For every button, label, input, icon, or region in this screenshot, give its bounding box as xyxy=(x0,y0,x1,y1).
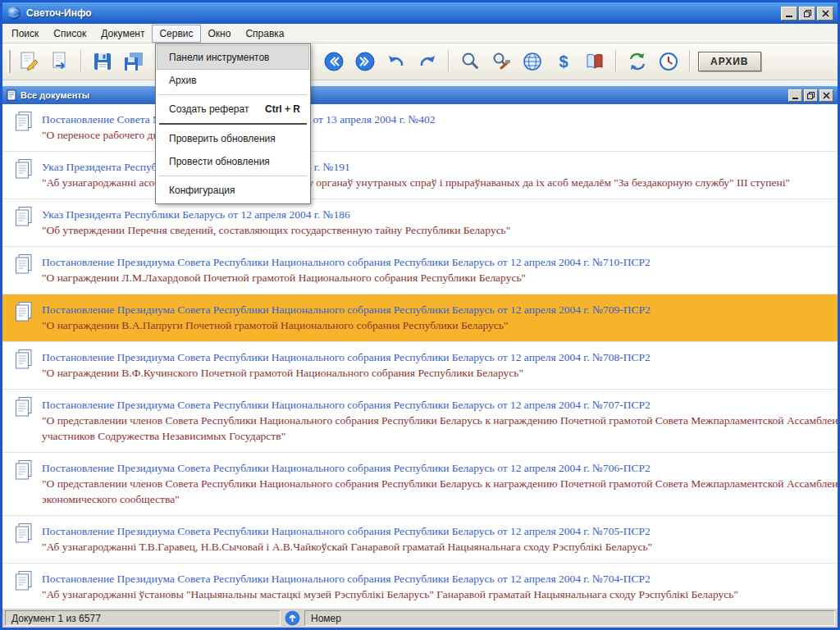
update-button[interactable] xyxy=(624,48,651,75)
menu-item-label: Архив xyxy=(169,75,197,86)
menu-separator xyxy=(159,176,307,176)
app-logo-icon xyxy=(7,6,21,21)
menubar-item-label: Сервис xyxy=(159,28,193,39)
minimize-button[interactable] xyxy=(781,7,797,21)
menubar-item[interactable]: Поиск xyxy=(4,25,46,43)
globe-button[interactable] xyxy=(519,48,546,75)
menu-item-label: Провести обновления xyxy=(169,156,270,167)
document-desc: "Аб узнагароджанні Т.В.Гаравец, Н.В.Сычо… xyxy=(42,539,838,555)
forward-button[interactable] xyxy=(352,48,378,75)
document-window-icon xyxy=(7,89,16,101)
child-window-titlebar: Все документы xyxy=(2,86,838,104)
menubar-item[interactable]: Список xyxy=(46,25,94,43)
document-row[interactable]: Постановление Президиума Совета Республи… xyxy=(2,453,838,516)
document-row[interactable]: Постановление Совета Министров Республик… xyxy=(2,104,838,152)
document-icon xyxy=(14,396,34,418)
menu-item-label: Панели инструментов xyxy=(169,52,269,63)
document-icon xyxy=(14,459,34,482)
document-list: Постановление Совета Министров Республик… xyxy=(2,104,838,608)
document-desc: "О представлении членов Совета Республик… xyxy=(42,476,838,507)
close-button[interactable] xyxy=(817,7,833,21)
restore-icon xyxy=(807,92,815,99)
go-button[interactable] xyxy=(285,610,300,626)
menubar: Поиск Список Документ Сервис Окно Справк… xyxy=(2,24,838,43)
compose-button[interactable] xyxy=(16,48,42,75)
close-icon xyxy=(822,10,829,17)
toolbar-separator xyxy=(689,50,691,73)
document-icon xyxy=(14,523,34,545)
document-title: Постановление Президиума Совета Республи… xyxy=(42,460,838,476)
undo-button[interactable] xyxy=(383,48,409,75)
document-icon xyxy=(14,158,34,180)
save-all-button[interactable] xyxy=(121,48,147,75)
service-menu: Панели инструментов Архив Создать рефера… xyxy=(155,43,311,204)
menu-item[interactable]: Конфигурация xyxy=(158,179,308,202)
document-title: Указ Президента Республики Беларусь от 1… xyxy=(42,207,838,222)
document-row[interactable]: Постановление Президиума Совета Республи… xyxy=(2,564,838,608)
document-row[interactable]: Постановление Президиума Совета Республи… xyxy=(2,342,838,390)
clock-icon xyxy=(658,51,679,72)
menubar-item[interactable]: Справка xyxy=(238,25,291,43)
menu-item[interactable]: Панели инструментов xyxy=(158,46,308,69)
menu-item[interactable]: Проверить обновления xyxy=(158,127,308,150)
redo-button[interactable] xyxy=(414,48,441,75)
document-title: Постановление Президиума Совета Республи… xyxy=(42,523,838,539)
document-row[interactable]: Указ Президента Республики Беларусь от 1… xyxy=(2,152,838,199)
restore-button[interactable] xyxy=(799,7,815,21)
document-desc: "О награждении В.Ф.Кучинского Почетной г… xyxy=(42,365,838,381)
menubar-item[interactable]: Сервис xyxy=(152,25,200,43)
back-icon xyxy=(323,51,345,72)
document-title: Постановление Президиума Совета Республи… xyxy=(42,302,838,317)
redo-icon xyxy=(417,51,438,72)
menu-item[interactable]: Провести обновления xyxy=(158,150,308,173)
menubar-item[interactable]: Документ xyxy=(94,25,152,43)
update-icon xyxy=(627,51,648,72)
export-document-icon xyxy=(49,51,71,72)
dictionary-button[interactable] xyxy=(582,48,608,75)
toolbar-grip[interactable] xyxy=(7,50,11,73)
document-row[interactable]: Постановление Президиума Совета Республи… xyxy=(2,390,838,453)
search-button[interactable] xyxy=(457,48,483,75)
window-title: Светоч-Инфо xyxy=(26,7,92,19)
child-close-button[interactable] xyxy=(819,89,833,102)
search-icon xyxy=(459,51,481,72)
menubar-item-label: Документ xyxy=(101,28,144,39)
document-title: Постановление Президиума Совета Республи… xyxy=(42,571,838,587)
document-title: Постановление Президиума Совета Республи… xyxy=(42,349,838,365)
archive-button[interactable]: АРХИВ xyxy=(698,52,761,71)
save-icon xyxy=(92,51,113,72)
document-desc: "Об утверждении Перечня сведений, состав… xyxy=(42,222,838,238)
document-row[interactable]: Постановление Президиума Совета Республи… xyxy=(2,294,838,342)
document-title: Постановление Президиума Совета Республи… xyxy=(42,397,838,413)
menu-item-label: Проверить обновления xyxy=(169,133,276,144)
forward-icon xyxy=(354,51,376,72)
book-icon xyxy=(584,51,605,72)
titlebar: Светоч-Инфо xyxy=(2,2,838,24)
statusbar: Документ 1 из 6577 Номер xyxy=(2,608,838,628)
child-minimize-button[interactable] xyxy=(788,89,802,102)
document-row[interactable]: Постановление Президиума Совета Республи… xyxy=(2,247,838,294)
menu-item[interactable]: Архив xyxy=(158,69,308,92)
document-desc: "О награждении Л.М.Лахардовой Почетной г… xyxy=(42,270,838,285)
search-tools-icon xyxy=(491,51,512,72)
history-button[interactable] xyxy=(655,48,682,75)
back-button[interactable] xyxy=(321,48,347,75)
window-controls xyxy=(781,7,833,21)
toolbar: $ АРХИВ xyxy=(2,43,838,80)
export-document-button[interactable] xyxy=(47,48,73,75)
document-row[interactable]: Постановление Президиума Совета Республи… xyxy=(2,516,838,564)
save-all-icon xyxy=(123,51,144,72)
menu-item-shortcut: Ctrl + R xyxy=(265,103,300,115)
menu-item[interactable]: Создать реферат Ctrl + R xyxy=(158,98,308,121)
save-button[interactable] xyxy=(89,48,116,75)
app-window: Светоч-Инфо Поиск Список Документ Сервис xyxy=(0,0,840,630)
document-desc: "Аб узнагароджанні ўстановы "Нацыянальны… xyxy=(42,587,838,602)
menubar-item-label: Справка xyxy=(245,28,284,39)
menubar-item-label: Список xyxy=(53,28,86,39)
menubar-item[interactable]: Окно xyxy=(201,25,239,43)
search-tools-button[interactable] xyxy=(488,48,514,75)
child-restore-button[interactable] xyxy=(804,89,818,102)
number-field[interactable]: Номер xyxy=(304,610,835,626)
document-row[interactable]: Указ Президента Республики Беларусь от 1… xyxy=(2,199,838,247)
currency-button[interactable]: $ xyxy=(550,48,577,75)
